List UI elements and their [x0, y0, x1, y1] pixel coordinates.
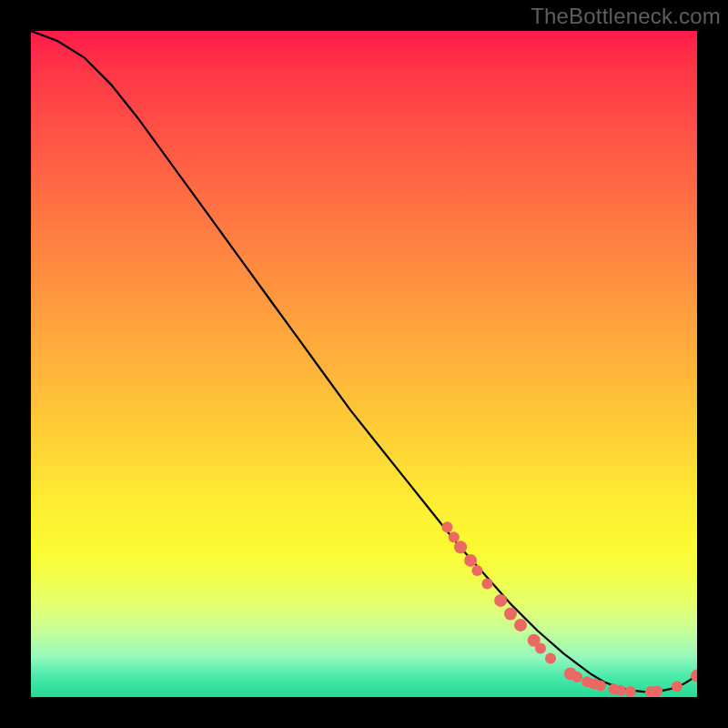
- highlight-point: [464, 554, 477, 567]
- highlight-point: [514, 619, 527, 632]
- highlight-point: [442, 521, 453, 532]
- highlight-point: [535, 643, 546, 654]
- highlight-point: [691, 670, 697, 682]
- highlight-point: [471, 565, 482, 576]
- highlight-point: [625, 686, 636, 697]
- watermark-text: TheBottleneck.com: [531, 4, 721, 29]
- highlight-point: [481, 579, 492, 590]
- highlight-point: [545, 653, 556, 664]
- highlight-point: [449, 531, 460, 542]
- highlight-point: [672, 681, 682, 692]
- highlight-point: [652, 685, 662, 696]
- chart-frame: TheBottleneck.com: [0, 0, 728, 728]
- plot-area: [31, 31, 697, 697]
- highlight-point: [571, 672, 582, 682]
- highlight-point: [494, 594, 507, 607]
- chart-overlay: [31, 31, 697, 697]
- highlight-point: [504, 608, 517, 621]
- highlight-point: [595, 681, 606, 692]
- highlight-point: [615, 685, 626, 696]
- highlight-point: [454, 541, 467, 553]
- bottleneck-curve: [31, 31, 697, 692]
- highlight-points: [442, 521, 698, 697]
